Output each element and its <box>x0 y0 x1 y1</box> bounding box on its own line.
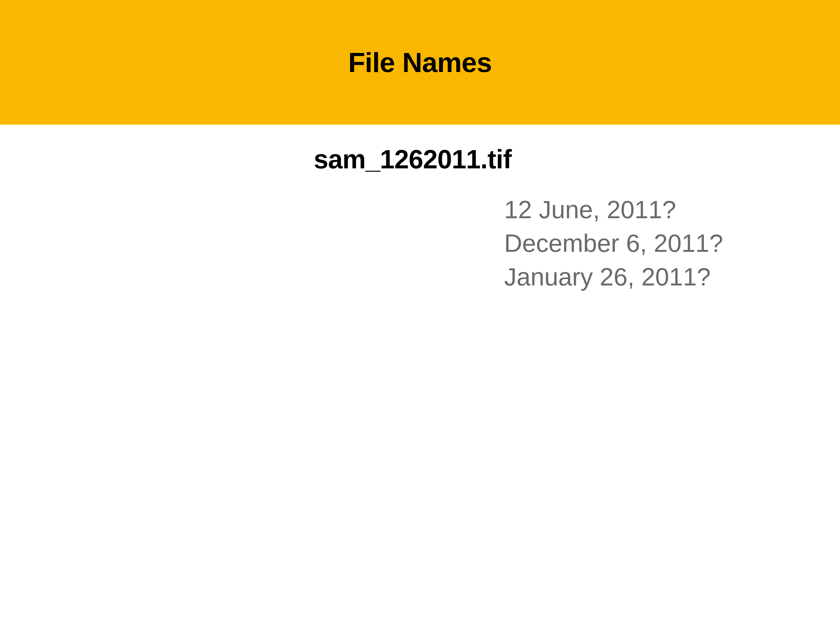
interpretations-list: 12 June, 2011? December 6, 2011? January… <box>504 193 840 294</box>
slide-title: File Names <box>348 46 492 79</box>
interpretation-item: 12 June, 2011? <box>504 193 840 226</box>
interpretation-item: December 6, 2011? <box>504 226 840 260</box>
content-area: sam_1262011.tif 12 June, 2011? December … <box>0 125 840 294</box>
example-filename: sam_1262011.tif <box>314 144 840 175</box>
header-band: File Names <box>0 0 840 125</box>
interpretation-item: January 26, 2011? <box>504 260 840 294</box>
